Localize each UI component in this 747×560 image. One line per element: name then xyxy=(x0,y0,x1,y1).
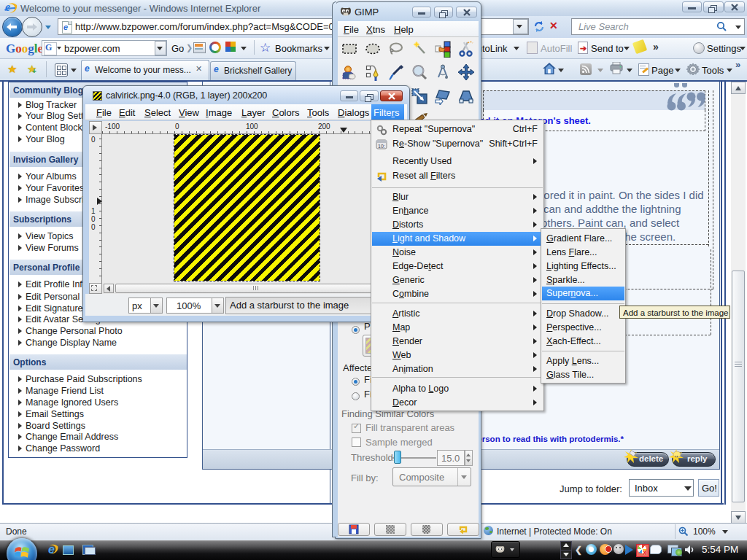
svg-text:10:: 10: xyxy=(378,144,385,149)
svg-text:,,: ,, xyxy=(675,451,678,458)
